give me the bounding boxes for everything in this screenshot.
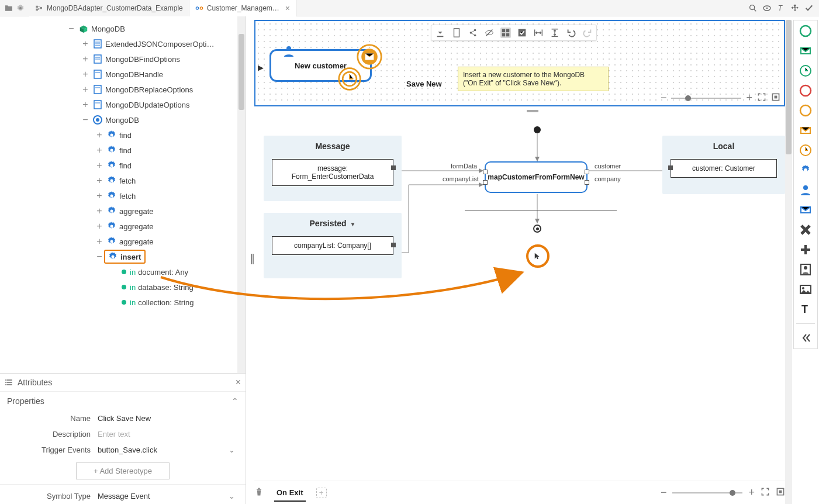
undo-icon[interactable] [566, 27, 576, 38]
tree-node-op[interactable]: +fetch [2, 173, 246, 188]
tree-node-op[interactable]: +find [2, 127, 246, 143]
palette-mail-green[interactable] [799, 44, 813, 58]
message-panel[interactable]: Message message: Form_EnterCustomerData [264, 136, 402, 201]
palette-mail-orange[interactable] [799, 123, 813, 137]
palette-circle-red[interactable] [799, 84, 813, 98]
palette-clock-green[interactable] [799, 64, 813, 78]
redo-icon[interactable] [582, 27, 593, 38]
expand-icon[interactable]: + [81, 54, 90, 64]
persisted-box[interactable]: companyList: Company[] [272, 236, 393, 255]
tree-node-op[interactable]: +fetch [2, 188, 246, 203]
expand-icon[interactable]: + [95, 175, 104, 186]
collapse-icon[interactable]: − [81, 115, 90, 125]
output-port[interactable] [391, 243, 396, 247]
expand-icon[interactable]: + [81, 69, 90, 80]
close-icon[interactable]: × [236, 377, 241, 388]
diagram-canvas[interactable]: Message message: Form_EnterCustomerData … [254, 119, 785, 474]
expand-icon[interactable]: + [81, 99, 90, 110]
page-icon[interactable] [451, 27, 462, 38]
tree-node-op[interactable]: +find [2, 158, 246, 173]
prop-symbol-value[interactable]: Message Event [98, 492, 229, 500]
tree-node-param[interactable]: incollection: String [2, 295, 246, 310]
tab-model[interactable]: MongoDBAdapter_CustomerData_Example [29, 0, 189, 16]
expand-icon[interactable]: + [95, 191, 104, 201]
persisted-panel[interactable]: Persisted▼ companyList: Company[] [264, 213, 402, 278]
zoom-slider[interactable] [671, 98, 741, 99]
folder-icon[interactable] [4, 3, 14, 13]
tree-node-package[interactable]: − MongoDB [2, 21, 246, 36]
tree-node-class[interactable]: −MongoDB [2, 112, 246, 127]
output-port[interactable] [585, 180, 589, 185]
left-handle[interactable] [251, 254, 254, 264]
expand-icon[interactable]: + [95, 160, 104, 171]
chevron-down-icon[interactable]: ▼ [350, 221, 356, 227]
palette-plus-icon[interactable] [799, 243, 813, 257]
tab-on-exit[interactable]: On Exit [274, 484, 306, 502]
tree-node-op[interactable]: +aggregate [2, 219, 246, 234]
move-icon[interactable] [790, 3, 800, 13]
palette-image-icon[interactable] [799, 282, 813, 296]
tree-node[interactable]: +MongoDBUpdateOptions [2, 97, 246, 112]
properties-section[interactable]: Properties ⌃ [0, 392, 246, 410]
tree-node[interactable]: +MongoDBFindOptions [2, 51, 246, 67]
grid-icon[interactable] [500, 27, 511, 38]
expand-icon[interactable]: + [95, 236, 104, 247]
zoom-in-icon[interactable]: + [746, 92, 752, 104]
zoom-out-icon[interactable]: − [661, 92, 667, 104]
palette-x-icon[interactable] [799, 223, 813, 237]
overview-strip[interactable]: ▶ New customer Save New Insert a new cus… [254, 20, 785, 106]
palette-text-icon[interactable]: T [799, 302, 813, 316]
tree-node-param[interactable]: indocument: Any [2, 264, 246, 279]
tree-node-insert[interactable]: − insert [2, 249, 246, 264]
note-annotation[interactable]: Insert a new customer to the MongoDB ("O… [458, 67, 609, 91]
share-icon[interactable] [468, 27, 478, 38]
add-stereotype-button[interactable]: + Add Stereotype [76, 462, 170, 479]
input-port[interactable] [483, 170, 488, 174]
fullscreen-icon[interactable] [757, 92, 766, 103]
palette-person-blue[interactable] [799, 183, 813, 197]
download-icon[interactable] [435, 27, 445, 38]
expand-icon[interactable]: + [95, 145, 104, 156]
tree-node-op[interactable]: +aggregate [2, 203, 246, 219]
tree-node-op[interactable]: +find [2, 143, 246, 158]
fit-icon[interactable] [771, 92, 780, 103]
collapse-icon[interactable]: − [67, 23, 76, 34]
fit-width-icon[interactable] [533, 27, 544, 38]
palette-collapse-icon[interactable] [799, 331, 813, 345]
expand-icon[interactable]: + [81, 39, 90, 49]
zoom-slider[interactable] [672, 492, 742, 493]
tab-editor[interactable]: Customer_Managem… × [189, 0, 296, 16]
add-tab-button[interactable]: + [316, 488, 327, 498]
fullscreen-icon[interactable] [761, 487, 770, 498]
search-icon[interactable] [748, 3, 758, 13]
collapse-icon[interactable]: − [95, 251, 104, 262]
palette-clock-orange[interactable] [799, 143, 813, 157]
prop-trigger-value[interactable]: button_Save.click [98, 446, 229, 454]
map-node[interactable]: mapCustomerFromFormNew [485, 161, 588, 193]
expand-icon[interactable]: + [95, 221, 104, 232]
tree-view[interactable]: − MongoDB +ExtendedJSONComposerOpti… +Mo… [0, 16, 246, 373]
input-port[interactable] [483, 180, 488, 185]
expand-icon[interactable]: + [95, 130, 104, 140]
local-box[interactable]: customer: Customer [671, 159, 777, 178]
palette-portrait-icon[interactable] [799, 263, 813, 277]
end-node[interactable] [533, 225, 541, 233]
prop-desc-input[interactable]: Enter text [98, 430, 239, 439]
tree-node[interactable]: +MongoDBReplaceOptions [2, 82, 246, 97]
output-port[interactable] [585, 170, 589, 174]
palette-gear-blue[interactable] [799, 163, 813, 177]
palette-circle-green[interactable] [799, 24, 813, 38]
chevron-down-icon[interactable]: ⌄ [229, 446, 239, 454]
message-box[interactable]: message: Form_EnterCustomerData [272, 159, 393, 186]
local-panel[interactable]: Local customer: Customer [662, 136, 785, 194]
drag-handle[interactable] [527, 110, 538, 112]
checkbox-icon[interactable] [517, 27, 527, 38]
output-port[interactable] [391, 165, 396, 170]
canvas-scrollbar[interactable] [785, 20, 792, 504]
gear-icon[interactable] [15, 3, 26, 13]
close-icon[interactable]: × [285, 4, 290, 13]
zoom-out-icon[interactable]: − [661, 486, 667, 499]
fit-icon[interactable] [776, 487, 785, 498]
expand-icon[interactable]: + [81, 84, 90, 95]
check-icon[interactable] [804, 3, 814, 13]
